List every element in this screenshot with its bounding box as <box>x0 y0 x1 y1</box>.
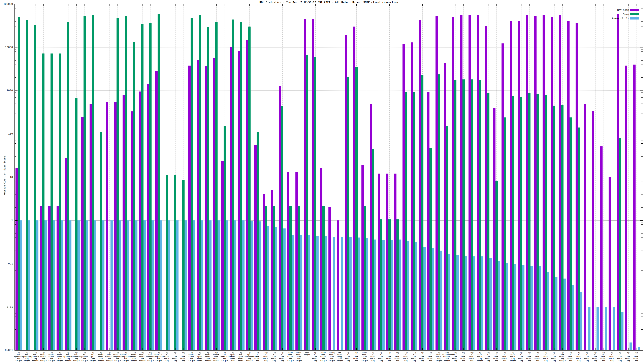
x-tick-top <box>595 4 596 6</box>
bar-not-spam <box>213 58 215 350</box>
x-tick-top <box>142 4 142 6</box>
y-minor-tick <box>642 317 643 317</box>
bar-score-0-1- <box>374 240 376 350</box>
bar-score-0-1- <box>638 347 640 350</box>
x-tick-bottom <box>579 348 579 350</box>
bar-score-0-1- <box>415 242 418 350</box>
x-tick-top <box>439 4 439 6</box>
legend-item: Score (0..1) <box>582 17 643 20</box>
y-minor-tick <box>642 320 643 320</box>
bar-spam <box>158 14 160 350</box>
y-minor-tick <box>642 224 643 225</box>
bar-spam <box>413 92 415 350</box>
x-tick-bottom <box>431 348 431 350</box>
bar-not-spam <box>139 91 141 350</box>
x-tick-bottom <box>620 348 620 350</box>
y-minor-tick <box>642 49 643 49</box>
y-minor-tick <box>642 51 643 52</box>
y-minor-tick <box>15 294 16 294</box>
x-tick-top <box>167 4 167 6</box>
y-minor-tick <box>642 324 643 324</box>
bar-score-0-1- <box>283 228 286 350</box>
bar-not-spam <box>147 84 149 350</box>
x-tick-bottom <box>241 348 241 350</box>
x-tick-top <box>538 4 538 6</box>
bar-spam <box>215 22 218 350</box>
bar-score-0-1- <box>341 237 343 350</box>
bar-not-spam <box>106 102 108 350</box>
x-tick-top <box>266 4 266 6</box>
x-tick-top <box>620 4 620 6</box>
bar-not-spam <box>419 20 421 350</box>
y-major-tick <box>15 134 18 134</box>
bar-score-0-1- <box>324 236 327 350</box>
bar-score-0-1- <box>110 220 113 350</box>
bar-not-spam <box>188 65 190 350</box>
legend-label: Spam <box>585 13 629 16</box>
y-minor-tick <box>642 6 643 6</box>
y-minor-tick <box>642 190 643 190</box>
bar-spam <box>504 117 506 350</box>
x-tick-bottom <box>249 348 250 350</box>
y-major-tick <box>640 307 643 307</box>
bar-not-spam <box>518 21 520 350</box>
x-tick-top <box>175 4 176 6</box>
x-tick-bottom <box>315 348 316 350</box>
x-tick-top <box>184 4 184 6</box>
x-tick-top <box>200 4 200 6</box>
x-tick-top <box>233 4 233 6</box>
bar-score-0-1- <box>572 285 574 350</box>
x-tick-bottom <box>150 348 151 350</box>
bar-score-0-1- <box>407 241 409 350</box>
bar-score-0-1- <box>498 261 500 350</box>
bar-not-spam <box>196 60 199 350</box>
y-minor-tick <box>15 64 16 65</box>
bar-spam <box>290 206 292 350</box>
bar-spam <box>182 180 184 350</box>
bar-not-spam <box>542 15 545 350</box>
bar-not-spam <box>362 165 364 350</box>
x-tick-bottom <box>118 348 118 350</box>
bar-score-0-1- <box>78 220 80 350</box>
bar-score-0-1- <box>152 220 154 350</box>
x-tick-top <box>101 4 101 6</box>
x-tick-bottom <box>109 348 110 350</box>
bar-score-0-1- <box>226 220 228 350</box>
x-tick-bottom <box>208 348 208 350</box>
bar-not-spam <box>16 168 18 350</box>
bar-spam <box>520 97 522 350</box>
x-tick-bottom <box>636 348 637 350</box>
x-tick-bottom <box>266 348 266 350</box>
y-major-tick <box>640 134 643 134</box>
bar-spam <box>92 15 94 350</box>
bar-score-0-1- <box>94 220 96 350</box>
x-tick-top <box>192 4 192 6</box>
x-tick-bottom <box>216 348 216 350</box>
y-minor-tick <box>15 26 16 27</box>
y-minor-tick <box>15 121 16 121</box>
y-major-tick <box>15 220 18 221</box>
bar-not-spam <box>559 15 561 350</box>
bar-spam <box>553 106 555 350</box>
vertical-gridline <box>636 4 637 350</box>
bar-score-0-1- <box>522 265 524 350</box>
bar-score-0-1- <box>201 220 203 350</box>
bar-not-spam <box>502 43 504 350</box>
x-tick-top <box>159 4 159 6</box>
y-tick-label: 0.01 <box>0 305 13 308</box>
y-minor-tick <box>15 230 16 230</box>
bar-spam <box>471 79 473 350</box>
x-tick-top <box>93 4 93 6</box>
bar-score-0-1- <box>596 307 599 350</box>
bar-not-spam <box>56 206 59 350</box>
bar-score-0-1- <box>399 240 401 350</box>
x-tick-top <box>530 4 530 6</box>
y-minor-tick <box>642 64 643 65</box>
y-minor-tick <box>642 95 643 95</box>
y-minor-tick <box>15 190 16 190</box>
y-minor-tick <box>15 164 16 164</box>
bar-spam <box>462 79 465 350</box>
bar-spam <box>421 75 424 350</box>
bar-score-0-1- <box>184 220 187 350</box>
x-tick-bottom <box>19 348 19 350</box>
